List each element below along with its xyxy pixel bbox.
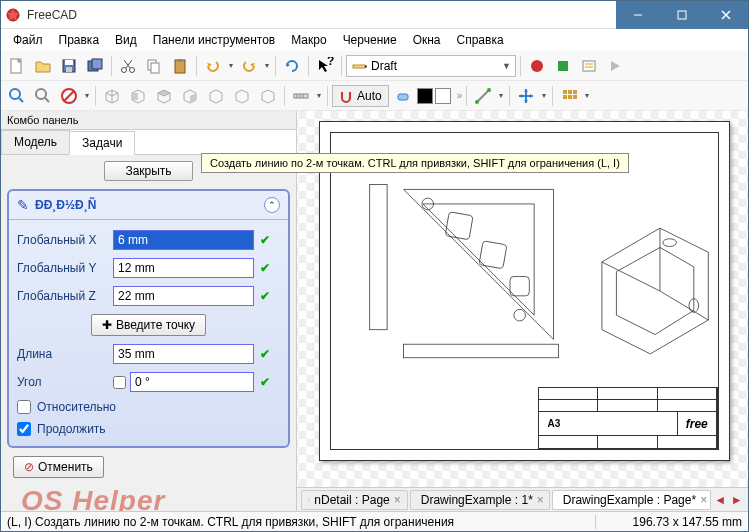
svg-rect-20 <box>353 65 365 68</box>
svg-line-27 <box>19 98 23 102</box>
tooltip: Создать линию по 2-м точкам. CTRL для пр… <box>201 153 629 173</box>
save-icon[interactable] <box>57 54 81 78</box>
close-button[interactable] <box>704 1 748 29</box>
stop-macro-icon[interactable] <box>551 54 575 78</box>
magnet-icon <box>339 89 353 103</box>
color-swatch-black[interactable] <box>417 88 433 104</box>
task-body: Глобальный X ✔ Глобальный Y ✔ Глобальный… <box>9 220 288 446</box>
tab-model[interactable]: Модель <box>1 130 70 154</box>
continue-checkbox[interactable] <box>17 422 31 436</box>
measure-dropdown[interactable]: ▾ <box>315 91 323 100</box>
new-file-icon[interactable] <box>5 54 29 78</box>
auto-label: Auto <box>357 89 382 103</box>
record-macro-icon[interactable] <box>525 54 549 78</box>
iso-view-icon[interactable] <box>100 84 124 108</box>
check-icon: ✔ <box>260 347 280 361</box>
undo-icon[interactable] <box>201 54 225 78</box>
input-angle[interactable] <box>130 372 254 392</box>
doc-tab-0[interactable]: nDetail : Page × <box>301 490 408 510</box>
enter-point-button[interactable]: ✚Введите точку <box>91 314 206 336</box>
cut-icon[interactable] <box>116 54 140 78</box>
input-global-x[interactable] <box>113 230 254 250</box>
menu-help[interactable]: Справка <box>449 31 512 49</box>
input-length[interactable] <box>113 344 254 364</box>
svg-point-56 <box>514 309 526 321</box>
check-icon: ✔ <box>260 289 280 303</box>
bottom-view-icon[interactable] <box>230 84 254 108</box>
left-view-icon[interactable] <box>256 84 280 108</box>
eraser-icon[interactable] <box>391 84 415 108</box>
menu-view[interactable]: Вид <box>107 31 145 49</box>
menu-macro[interactable]: Макро <box>283 31 334 49</box>
workbench-selector[interactable]: Draft ▼ <box>346 55 516 77</box>
chevron-down-icon: ▼ <box>502 61 511 71</box>
toolbar-file: ▾ ▾ ? Draft ▼ <box>1 51 748 81</box>
rear-view-icon[interactable] <box>204 84 228 108</box>
line-dropdown[interactable]: ▾ <box>497 91 505 100</box>
svg-rect-8 <box>66 67 72 72</box>
open-file-icon[interactable] <box>31 54 55 78</box>
play-macro-icon[interactable] <box>603 54 627 78</box>
close-task-button[interactable]: Закрыть <box>104 161 192 181</box>
svg-rect-37 <box>398 94 408 100</box>
collapse-icon[interactable]: ⌃ <box>264 197 280 213</box>
overflow-icon[interactable]: » <box>457 90 463 101</box>
menu-windows[interactable]: Окна <box>405 31 449 49</box>
help-cursor-icon[interactable]: ? <box>313 54 337 78</box>
app-icon <box>5 7 21 23</box>
combo-panel: Комбо панель Модель Задачи Создать линию… <box>1 111 297 511</box>
saveas-icon[interactable] <box>83 54 107 78</box>
close-tab-icon[interactable]: × <box>394 493 401 507</box>
line-tool-icon[interactable] <box>471 84 495 108</box>
measure-icon[interactable] <box>289 84 313 108</box>
macros-icon[interactable] <box>577 54 601 78</box>
front-view-icon[interactable] <box>126 84 150 108</box>
right-view-icon[interactable] <box>178 84 202 108</box>
doc-tab-1[interactable]: DrawingExample : 1* × <box>410 490 550 510</box>
paste-icon[interactable] <box>168 54 192 78</box>
tabs-scroll-right-icon[interactable]: ► <box>730 493 744 507</box>
maximize-button[interactable] <box>660 1 704 29</box>
relative-label: Относительно <box>37 400 116 414</box>
angle-lock-checkbox[interactable] <box>113 376 126 389</box>
close-tab-icon[interactable]: × <box>537 493 544 507</box>
close-tab-icon[interactable]: × <box>700 493 707 507</box>
menu-edit[interactable]: Правка <box>51 31 108 49</box>
task-box: ✎ ÐÐ¸Ð½Ð¸Ñ ⌃ Глобальный X ✔ Глобальный Y… <box>7 189 290 448</box>
auto-button[interactable]: Auto <box>332 85 389 107</box>
menu-toolbars[interactable]: Панели инструментов <box>145 31 283 49</box>
document-tabs: nDetail : Page × DrawingExample : 1* × D… <box>297 487 748 511</box>
tab-tasks[interactable]: Задачи <box>69 131 135 155</box>
color-swatch-white[interactable] <box>435 88 451 104</box>
undo-dropdown[interactable]: ▾ <box>227 61 235 70</box>
svg-rect-60 <box>404 344 559 358</box>
input-global-y[interactable] <box>113 258 254 278</box>
svg-rect-22 <box>558 61 568 71</box>
cancel-button[interactable]: ⊘ Отменить <box>13 456 104 478</box>
menu-drafting[interactable]: Черчение <box>335 31 405 49</box>
svg-rect-23 <box>583 61 595 71</box>
top-view-icon[interactable] <box>152 84 176 108</box>
relative-checkbox[interactable] <box>17 400 31 414</box>
view-dropdown[interactable]: ▾ <box>83 91 91 100</box>
zoom-selection-icon[interactable] <box>31 84 55 108</box>
zoom-fit-icon[interactable] <box>5 84 29 108</box>
watermark: OS Helper <box>21 485 165 511</box>
no-view-icon[interactable] <box>57 84 81 108</box>
input-global-z[interactable] <box>113 286 254 306</box>
refresh-icon[interactable] <box>280 54 304 78</box>
redo-dropdown[interactable]: ▾ <box>263 61 271 70</box>
grid-icon[interactable] <box>557 84 581 108</box>
grid-dropdown[interactable]: ▾ <box>583 91 591 100</box>
move-dropdown[interactable]: ▾ <box>540 91 548 100</box>
menu-file[interactable]: Файл <box>5 31 51 49</box>
move-icon[interactable] <box>514 84 538 108</box>
redo-icon[interactable] <box>237 54 261 78</box>
task-panel: Создать линию по 2-м точкам. CTRL для пр… <box>1 155 296 511</box>
continue-label: Продолжить <box>37 422 106 436</box>
minimize-button[interactable] <box>616 1 660 29</box>
doc-tab-2[interactable]: DrawingExample : Page* × <box>552 490 711 510</box>
task-title: ÐÐ¸Ð½Ð¸Ñ <box>35 198 264 212</box>
copy-icon[interactable] <box>142 54 166 78</box>
tabs-scroll-left-icon[interactable]: ◄ <box>713 493 727 507</box>
